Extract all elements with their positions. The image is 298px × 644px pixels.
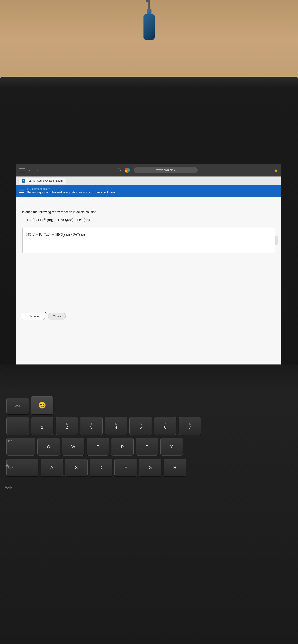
browser-toolbar: ‹ › 🛡 www-awu.alek 🔒 — [16, 164, 281, 176]
keyboard-row-3: lock A S D F G H — [6, 459, 292, 476]
key-f-label: F — [124, 466, 127, 470]
active-tab[interactable]: A ALEKS - Sydney Allison - Learn — [18, 178, 66, 184]
content-spacer — [21, 253, 276, 301]
aleks-header-text: Electrochemistry Balancing a complex red… — [27, 187, 115, 194]
key-t[interactable]: T — [136, 438, 158, 456]
key-h[interactable]: H — [164, 459, 186, 476]
key-q-label: Q — [47, 445, 50, 449]
key-7-main: 7 — [189, 425, 191, 429]
key-t-label: T — [146, 445, 148, 449]
check-button[interactable]: Check — [48, 312, 66, 320]
keyboard-area: esc 😊 ~ ` ! 1 @ 2 — [0, 364, 298, 644]
key-e[interactable]: E — [86, 438, 109, 456]
key-7[interactable]: & 7 — [179, 417, 201, 435]
key-emoji[interactable]: 😊 — [31, 396, 53, 414]
key-2[interactable]: @ 2 — [56, 417, 78, 435]
answer-equation-text: NO(g) + Fe3+(aq) → HNO2(aq) + Fe2+(aq) — [26, 232, 271, 237]
menu-line-3 — [19, 192, 24, 193]
equation-display: NO(g) + Fe3+(aq) → HNO2(aq) + Fe2+(aq) — [21, 218, 276, 222]
privacy-icon-button[interactable]: 🛡 — [117, 168, 122, 173]
google-circle-icon — [125, 168, 130, 173]
key-e-label: E — [96, 445, 99, 449]
soap-bottle-pump — [148, 2, 150, 10]
address-bar[interactable]: www-awu.alek — [134, 167, 198, 173]
scroll-handle[interactable] — [275, 236, 278, 245]
browser-forward-button[interactable]: › — [34, 167, 40, 173]
key-capslock[interactable]: lock — [6, 459, 38, 476]
key-y[interactable]: Y — [160, 438, 183, 456]
key-y-label: Y — [170, 445, 173, 449]
text-cursor — [85, 233, 85, 236]
sidebar-toggle-button[interactable] — [19, 168, 25, 172]
soap-bottle-neck — [147, 9, 152, 15]
browser-back-button[interactable]: ‹ — [27, 167, 32, 173]
tab-bar: A ALEKS - Sydney Allison - Learn — [16, 176, 281, 185]
key-a[interactable]: A — [40, 459, 63, 476]
browser-center-icons: 🛡 — [117, 167, 130, 173]
left-side-lock-label: lock — [5, 486, 12, 490]
key-esc-label: esc — [15, 404, 20, 408]
key-3-main: 3 — [90, 425, 92, 429]
soap-bottle-body — [144, 14, 155, 40]
answer-input-box[interactable]: NO(g) + Fe3+(aq) → HNO2(aq) + Fe2+(aq) — [22, 228, 275, 253]
google-icon-button[interactable] — [125, 167, 130, 173]
key-1[interactable]: ! 1 — [31, 417, 53, 435]
key-f[interactable]: F — [114, 459, 137, 476]
key-tab-label: tab — [8, 440, 12, 443]
key-5[interactable]: % 5 — [130, 417, 152, 435]
key-g-label: G — [148, 466, 152, 470]
key-4-main: 4 — [115, 425, 117, 429]
keyboard-row-2: tab Q W E R T Y — [6, 438, 292, 456]
key-s[interactable]: S — [65, 459, 88, 476]
lock-icon: 🔒 — [274, 168, 278, 172]
soap-bottle — [143, 5, 156, 40]
key-emoji-icon: 😊 — [38, 402, 46, 409]
key-d-label: D — [100, 466, 102, 470]
key-backtick-main: ` — [17, 425, 18, 429]
key-5-main: 5 — [140, 425, 142, 429]
key-g[interactable]: G — [139, 459, 162, 476]
key-tab[interactable]: tab — [6, 438, 35, 456]
hamburger-line-1 — [19, 168, 25, 168]
menu-line-2 — [19, 190, 24, 191]
browser-controls: ‹ › — [19, 167, 40, 173]
online-indicator — [27, 188, 28, 190]
key-2-main: 2 — [66, 425, 68, 429]
key-backtick[interactable]: ~ ` — [6, 417, 29, 435]
collapse-section-button[interactable]: ⌄ — [19, 198, 26, 204]
key-r-label: R — [121, 445, 124, 449]
explanation-button[interactable]: Explanation — [21, 312, 45, 320]
course-label: Electrochemistry — [27, 187, 115, 190]
key-r[interactable]: R — [111, 438, 134, 456]
browser-right-icons: 🔒 — [274, 168, 278, 172]
key-6-main: 6 — [164, 425, 166, 429]
hamburger-line-3 — [19, 172, 25, 172]
key-1-main: 1 — [41, 425, 43, 429]
question-area: Balance the following redox reaction in … — [16, 206, 281, 306]
aleks-menu-button[interactable] — [19, 189, 24, 193]
left-side-tab-label: ab — [5, 464, 9, 468]
hamburger-line-2 — [19, 170, 25, 170]
question-instruction: Balance the following redox reaction in … — [21, 210, 276, 214]
address-bar-area: 🛡 www-awu.alek — [43, 167, 272, 173]
course-name: Electrochemistry — [30, 187, 50, 190]
menu-line-1 — [19, 189, 24, 190]
tab-label: ALEKS - Sydney Allison - Learn — [27, 179, 63, 182]
key-4[interactable]: $ 4 — [105, 417, 127, 435]
keyboard-row-0: esc 😊 — [6, 396, 292, 414]
aleks-favicon: A — [22, 179, 26, 182]
key-a-label: A — [50, 466, 53, 470]
key-q[interactable]: Q — [38, 438, 60, 456]
key-6[interactable]: ^ 6 — [154, 417, 176, 435]
keyboard: esc 😊 ~ ` ! 1 @ 2 — [0, 396, 298, 480]
key-w-label: W — [71, 445, 75, 449]
key-h-label: H — [173, 466, 176, 470]
key-d[interactable]: D — [90, 459, 112, 476]
topic-title: Balancing a complex redox equation in ac… — [27, 190, 115, 194]
keyboard-row-1: ~ ` ! 1 @ 2 # 3 $ 4 — [6, 417, 292, 435]
key-3[interactable]: # 3 — [80, 417, 102, 435]
key-w[interactable]: W — [62, 438, 84, 456]
laptop-body: ‹ › 🛡 www-awu.alek 🔒 — [0, 77, 298, 644]
key-s-label: S — [75, 466, 78, 470]
key-esc[interactable]: esc — [6, 398, 29, 414]
